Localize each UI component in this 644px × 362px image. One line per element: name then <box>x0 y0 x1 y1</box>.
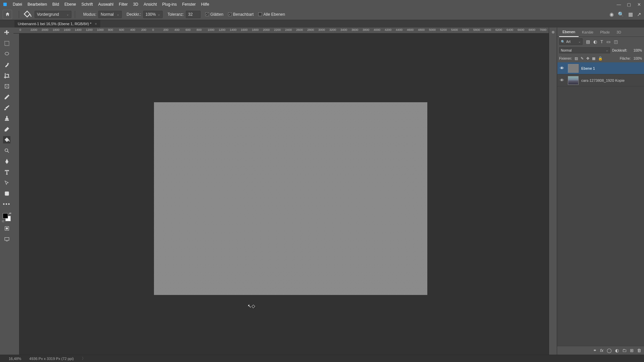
app-icon <box>3 3 7 6</box>
lock-artboard-icon[interactable]: ▦ <box>592 56 595 61</box>
crop-tool[interactable] <box>3 72 10 79</box>
search-icon[interactable]: 🔍 <box>618 11 624 17</box>
fill-source-dropdown[interactable]: Vordergrund⌄ <box>35 11 71 18</box>
menu-3d[interactable]: 3D <box>130 2 141 7</box>
layer-visibility-icon[interactable]: 👁 <box>558 66 565 71</box>
new-layer-icon[interactable]: ⊞ <box>630 348 634 353</box>
document-tab[interactable]: Unbenannt-1 bei 16,5% (Ebene 1, RGB/8#) … <box>14 20 100 27</box>
layers-footer: ⚭ fx ◯ ◐ 🗀 ⊞ 🗑 <box>557 346 644 355</box>
lasso-tool[interactable] <box>3 50 10 58</box>
color-swatch[interactable]: ⇄ ◱ <box>3 213 11 221</box>
blend-mode-dropdown[interactable]: Normal⌄ <box>559 47 610 53</box>
close-tab-icon[interactable]: × <box>95 22 97 26</box>
path-select-tool[interactable] <box>3 179 10 186</box>
filter-adjust-icon[interactable]: ◐ <box>593 39 597 44</box>
lock-brush-icon[interactable]: ✎ <box>581 56 584 61</box>
panel-tab-ebenen[interactable]: Ebenen <box>559 27 579 37</box>
quickmask-tool[interactable] <box>3 225 10 232</box>
layer-thumbnail[interactable] <box>568 64 579 73</box>
panel-tab-kanäle[interactable]: Kanäle <box>579 27 597 37</box>
eraser-tool[interactable] <box>3 125 10 133</box>
layer-filter-value: Art <box>566 40 571 44</box>
bucket-tool[interactable] <box>3 136 10 143</box>
move-tool[interactable] <box>3 29 10 36</box>
lock-position-icon[interactable]: ✥ <box>586 56 589 61</box>
menu-fenster[interactable]: Fenster <box>179 2 199 7</box>
document-viewport[interactable]: ↖◇ <box>19 34 549 355</box>
tolerance-label: Toleranz: <box>167 12 184 17</box>
contiguous-label: Benachbart <box>233 12 254 17</box>
menu-auswahl[interactable]: Auswahl <box>96 2 116 7</box>
fill-value[interactable]: 100% <box>633 57 642 60</box>
menu-bild[interactable]: Bild <box>50 2 62 7</box>
ruler-vertical <box>13 34 19 355</box>
wand-tool[interactable] <box>3 61 10 68</box>
menu-plug-ins[interactable]: Plug-ins <box>160 2 179 7</box>
more-tools[interactable]: ••• <box>3 200 10 208</box>
maximize-button[interactable]: ▢ <box>624 2 634 7</box>
menu-bearbeiten[interactable]: Bearbeiten <box>25 2 50 7</box>
tool-icon-bucket[interactable] <box>22 10 32 19</box>
filter-type-icon[interactable]: T <box>600 39 603 44</box>
filter-smart-icon[interactable]: ◫ <box>614 39 618 44</box>
marquee-tool[interactable] <box>3 40 10 47</box>
document-canvas[interactable] <box>154 102 427 295</box>
svg-point-1 <box>5 52 8 55</box>
menu-ansicht[interactable]: Ansicht <box>141 2 159 7</box>
share-icon[interactable]: ↗ <box>637 11 641 17</box>
layer-name[interactable]: cars-1273808_1920 Kopie <box>581 78 625 82</box>
antialias-checkbox[interactable]: ✓Glätten <box>205 12 223 17</box>
layer-name[interactable]: Ebene 1 <box>581 66 595 70</box>
delete-layer-icon[interactable]: 🗑 <box>637 348 641 353</box>
eyedropper-tool[interactable] <box>3 93 10 101</box>
adjustment-layer-icon[interactable]: ◐ <box>615 348 619 353</box>
layer-row[interactable]: 👁Ebene 1 <box>557 62 644 74</box>
type-tool[interactable] <box>3 168 10 176</box>
stamp-tool[interactable] <box>3 115 10 122</box>
tolerance-field[interactable]: 32 <box>186 11 201 18</box>
zoom-level[interactable]: 16,48% <box>9 357 21 361</box>
layer-filter-dropdown[interactable]: 🔍 Art⌄ <box>559 38 583 45</box>
menu-filter[interactable]: Filter <box>116 2 130 7</box>
home-button[interactable] <box>3 10 12 19</box>
menu-hilfe[interactable]: Hilfe <box>199 2 212 7</box>
pen-tool[interactable] <box>3 158 10 165</box>
options-bar: Vordergrund⌄ Modus: Normal⌄ Deckkr.: 100… <box>0 9 644 20</box>
close-button[interactable]: ✕ <box>634 2 644 7</box>
layer-opacity-value[interactable]: 100% <box>629 49 642 52</box>
layer-row[interactable]: 👁cars-1273808_1920 Kopie <box>557 74 644 86</box>
layer-group-icon[interactable]: 🗀 <box>622 348 627 353</box>
menu-schrift[interactable]: Schrift <box>79 2 96 7</box>
link-layers-icon[interactable]: ⚭ <box>593 348 597 353</box>
dodge-tool[interactable] <box>3 147 10 154</box>
contiguous-checkbox[interactable]: ✓Benachbart <box>228 12 254 17</box>
cursor-indicator: ↖◇ <box>248 303 255 309</box>
menu-ebene[interactable]: Ebene <box>62 2 79 7</box>
layer-fx-icon[interactable]: fx <box>600 348 603 353</box>
all-layers-label: Alle Ebenen <box>263 12 285 17</box>
layer-thumbnail[interactable] <box>568 76 579 85</box>
panel-tab-pfade[interactable]: Pfade <box>597 27 613 37</box>
layer-mask-icon[interactable]: ◯ <box>607 348 612 353</box>
brush-tool[interactable] <box>3 104 10 111</box>
arrange-icon[interactable]: ▦ <box>628 11 633 17</box>
layer-visibility-icon[interactable]: 👁 <box>558 78 565 83</box>
status-more-icon[interactable]: 〉 <box>82 356 86 361</box>
filter-shape-icon[interactable]: ▭ <box>606 39 610 44</box>
opacity-dropdown[interactable]: 100%⌄ <box>143 11 163 18</box>
frame-tool[interactable] <box>3 82 10 90</box>
all-layers-checkbox[interactable]: Alle Ebenen <box>258 12 285 17</box>
screenmode-tool[interactable] <box>3 235 10 243</box>
svg-point-6 <box>6 227 8 229</box>
panel-tab-3d[interactable]: 3D <box>613 27 625 37</box>
foreground-color[interactable] <box>3 213 8 219</box>
minimize-button[interactable]: — <box>614 2 624 7</box>
lock-pixels-icon[interactable]: ▨ <box>575 56 578 61</box>
shape-tool[interactable] <box>3 190 10 197</box>
mode-dropdown[interactable]: Normal⌄ <box>98 11 122 18</box>
collapsed-panel-strip[interactable] <box>549 27 557 355</box>
filter-pixel-icon[interactable]: ▨ <box>586 39 590 44</box>
cloud-icon[interactable]: ◉ <box>609 11 614 17</box>
menu-datei[interactable]: Datei <box>10 2 25 7</box>
lock-all-icon[interactable]: 🔒 <box>598 56 603 61</box>
